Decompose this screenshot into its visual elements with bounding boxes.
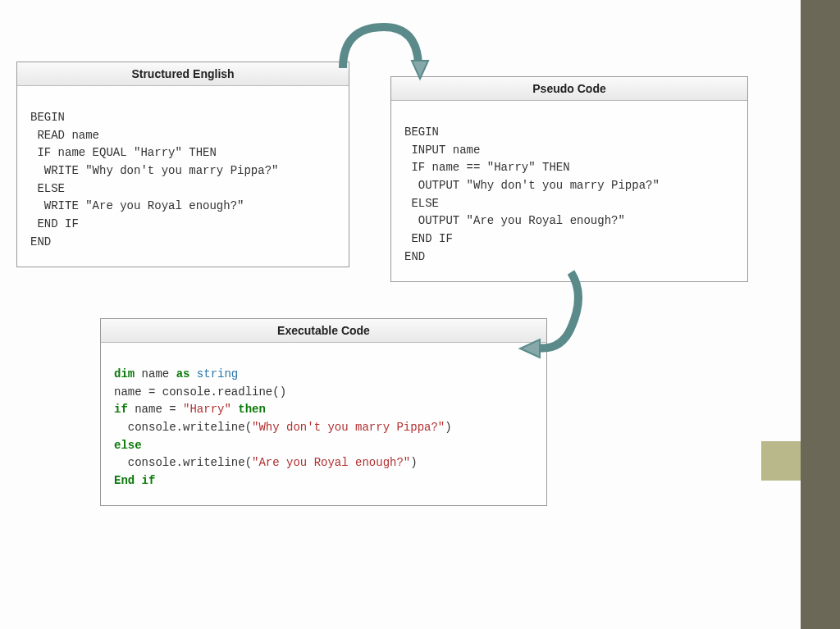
arrow-2-icon [512,262,594,361]
panel3-title: Executable Code [101,319,546,343]
panel-executable-code: Executable Code dim name as string name … [100,318,547,506]
panel-pseudo-code: Pseudo Code BEGIN INPUT name IF name == … [390,76,748,282]
arrow-1-icon [326,15,433,89]
panel2-code: BEGIN INPUT name IF name == "Harry" THEN… [404,124,734,267]
panel3-body: dim name as string name = console.readli… [101,343,546,505]
panel1-body: BEGIN READ name IF name EQUAL "Harry" TH… [17,86,349,267]
sidebar-stripe [801,0,840,629]
panel1-code: BEGIN READ name IF name EQUAL "Harry" TH… [30,109,336,252]
svg-marker-1 [520,340,540,358]
panel3-code: dim name as string name = console.readli… [114,366,533,490]
accent-block [761,441,801,481]
panel2-title: Pseudo Code [391,77,747,101]
panel-structured-english: Structured English BEGIN READ name IF na… [16,62,349,267]
panel1-title: Structured English [17,62,349,86]
panel2-body: BEGIN INPUT name IF name == "Harry" THEN… [391,101,747,281]
svg-marker-0 [412,61,428,79]
